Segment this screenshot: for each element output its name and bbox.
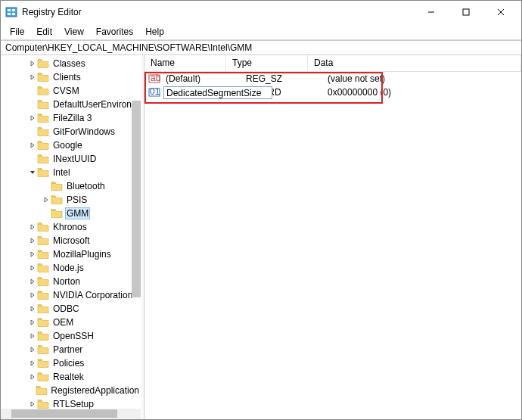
expander-closed-icon[interactable]: [28, 60, 37, 68]
expander-closed-icon[interactable]: [28, 319, 37, 327]
tree-node-label[interactable]: Intel: [51, 167, 72, 178]
tree-node-label[interactable]: RegisteredApplication: [49, 385, 141, 396]
expander-closed-icon[interactable]: [28, 373, 37, 381]
tree-node-label[interactable]: PSIS: [65, 194, 89, 205]
tree-row[interactable]: DefaultUserEnvironm: [1, 98, 141, 111]
tree-node-label[interactable]: GMM: [65, 207, 90, 219]
tree-node-label[interactable]: Node.js: [51, 263, 85, 273]
expander-closed-icon[interactable]: [28, 346, 37, 354]
value-row[interactable]: ab(Default)REG_SZ(value not set): [144, 72, 521, 86]
tree-row[interactable]: Policies: [1, 356, 141, 370]
folder-icon: [37, 140, 50, 151]
tree-node-label[interactable]: CVSM: [51, 86, 81, 96]
expander-closed-icon[interactable]: [28, 305, 37, 313]
tree-row[interactable]: PSIS: [1, 193, 141, 207]
tree-row[interactable]: Classes: [1, 57, 141, 70]
tree-row[interactable]: Khronos: [1, 220, 141, 234]
expander-closed-icon[interactable]: [28, 264, 37, 272]
tree-row[interactable]: ODBC: [1, 302, 141, 316]
tree-node-label[interactable]: Khronos: [51, 222, 89, 232]
tree-row[interactable]: MozillaPlugins: [1, 247, 141, 261]
tree-scroll[interactable]: Classes Clients CVSM DefaultUserEnvironm…: [1, 55, 141, 409]
svg-rect-6: [463, 9, 469, 15]
expander-open-icon[interactable]: [28, 169, 37, 177]
tree-node-label[interactable]: Google: [51, 140, 84, 151]
app-icon: [5, 6, 17, 18]
tree-node-label[interactable]: RTLSetup: [51, 399, 95, 409]
expander-closed-icon[interactable]: [28, 142, 37, 150]
folder-icon: [37, 58, 50, 69]
tree-row[interactable]: Bluetooth: [1, 179, 141, 193]
expander-closed-icon[interactable]: [28, 332, 37, 341]
expander-closed-icon[interactable]: [28, 223, 37, 232]
expander-closed-icon[interactable]: [28, 359, 37, 368]
tree-row[interactable]: GitForWindows: [1, 125, 141, 138]
rename-input[interactable]: [163, 86, 272, 99]
tree-node-label[interactable]: MozillaPlugins: [51, 249, 113, 260]
tree-row[interactable]: GMM: [1, 207, 141, 220]
tree-row[interactable]: INextUUID: [1, 152, 141, 166]
expander-closed-icon[interactable]: [28, 73, 37, 82]
folder-icon: [37, 126, 50, 137]
tree-row[interactable]: NVIDIA Corporation: [1, 288, 141, 302]
tree-node-label[interactable]: Classes: [51, 58, 87, 69]
tree-row[interactable]: Google: [1, 138, 141, 152]
col-header-name[interactable]: Name: [144, 55, 226, 71]
tree-node-label[interactable]: Realtek: [51, 372, 85, 382]
tree-node-label[interactable]: Bluetooth: [65, 181, 107, 191]
menu-help[interactable]: Help: [139, 25, 170, 39]
tree-node-label[interactable]: Policies: [51, 358, 85, 369]
menu-view[interactable]: View: [58, 25, 90, 39]
expander-closed-icon[interactable]: [28, 278, 37, 286]
expander-closed-icon[interactable]: [42, 196, 51, 204]
tree-node-label[interactable]: DefaultUserEnvironm: [51, 99, 141, 110]
expander-closed-icon[interactable]: [28, 291, 37, 300]
minimize-button[interactable]: [414, 1, 449, 23]
tree-row[interactable]: Partner: [1, 343, 141, 356]
tree-node-label[interactable]: FileZilla 3: [51, 113, 93, 123]
string-value-icon: ab: [148, 73, 161, 85]
svg-rect-0: [6, 8, 17, 17]
col-header-data[interactable]: Data: [308, 55, 521, 71]
menu-file[interactable]: File: [4, 25, 30, 39]
expander-closed-icon[interactable]: [28, 114, 37, 123]
maximize-button[interactable]: [449, 1, 483, 23]
expander-closed-icon[interactable]: [28, 400, 37, 409]
menu-edit[interactable]: Edit: [30, 25, 58, 39]
expander-closed-icon[interactable]: [28, 237, 37, 245]
tree-row[interactable]: Realtek: [1, 370, 141, 384]
tree-row[interactable]: OpenSSH: [1, 329, 141, 343]
tree-node-label[interactable]: Microsoft: [51, 235, 92, 246]
tree-row[interactable]: Clients: [1, 70, 141, 84]
folder-icon: [37, 72, 50, 82]
address-bar[interactable]: Computer\HKEY_LOCAL_MACHINE\SOFTWARE\Int…: [1, 40, 521, 55]
tree-node-label[interactable]: NVIDIA Corporation: [51, 290, 134, 300]
tree-row[interactable]: CVSM: [1, 84, 141, 98]
tree-row[interactable]: Microsoft: [1, 234, 141, 247]
tree-horizontal-scrollbar[interactable]: [1, 409, 141, 419]
tree-row[interactable]: FileZilla 3: [1, 111, 141, 125]
tree-row[interactable]: Norton: [1, 275, 141, 288]
tree-node-label[interactable]: OEM: [51, 317, 75, 328]
folder-icon: [51, 208, 64, 219]
col-header-type[interactable]: Type: [226, 55, 308, 71]
menu-favorites[interactable]: Favorites: [90, 25, 139, 39]
tree-row[interactable]: Node.js: [1, 261, 141, 275]
tree-row[interactable]: RegisteredApplication: [1, 384, 141, 397]
tree-row[interactable]: Intel: [1, 166, 141, 179]
titlebar: Registry Editor: [1, 1, 521, 23]
close-button[interactable]: [483, 1, 518, 23]
tree-row[interactable]: OEM: [1, 316, 141, 329]
tree-vertical-scrollbar[interactable]: [132, 101, 141, 297]
tree-node-label[interactable]: OpenSSH: [51, 331, 95, 341]
tree-node-label[interactable]: GitForWindows: [51, 126, 117, 137]
tree-row[interactable]: RTLSetup: [1, 397, 141, 409]
tree-node-label[interactable]: Norton: [51, 276, 82, 287]
tree-node-label[interactable]: Clients: [51, 72, 82, 82]
scrollbar-thumb[interactable]: [11, 409, 117, 418]
expander-closed-icon[interactable]: [28, 250, 37, 259]
tree-node-label[interactable]: Partner: [51, 344, 84, 355]
tree-node-label[interactable]: INextUUID: [51, 154, 98, 164]
tree-node-label[interactable]: ODBC: [51, 303, 81, 314]
menubar: File Edit View Favorites Help: [1, 23, 521, 40]
